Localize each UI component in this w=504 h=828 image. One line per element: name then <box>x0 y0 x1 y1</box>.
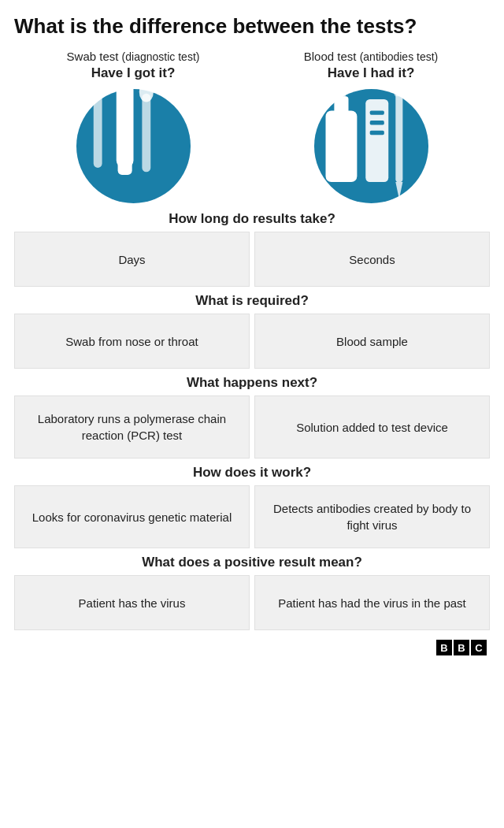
bbc-b2: B <box>454 640 469 655</box>
sections-container: How long do results take? Days Seconds W… <box>14 211 490 630</box>
data-cell-0-left: Days <box>14 232 250 287</box>
data-cell-1-right: Blood sample <box>254 314 490 369</box>
swab-circle <box>76 89 191 203</box>
svg-rect-12 <box>369 121 384 124</box>
blood-name-label: Blood test <box>304 50 357 63</box>
svg-point-3 <box>91 76 105 99</box>
bbc-c: C <box>471 640 487 655</box>
svg-marker-15 <box>395 182 402 199</box>
blood-test-name: Blood test (antibodies test) <box>257 50 485 63</box>
swab-name-label: Swab test <box>67 50 119 63</box>
svg-rect-13 <box>369 131 384 135</box>
svg-rect-1 <box>117 161 132 175</box>
bbc-logo-area: B B C <box>14 635 490 659</box>
svg-point-5 <box>139 82 153 102</box>
bbc-logo: B B C <box>436 640 487 655</box>
data-cell-4-right: Patient has had the virus in the past <box>254 575 490 630</box>
svg-rect-9 <box>337 89 346 99</box>
data-cell-2-right: Solution added to test device <box>254 395 490 459</box>
swab-test-name: Swab test (diagnostic test) <box>19 50 247 63</box>
section-title-3: How does it work? <box>14 465 490 481</box>
data-cell-3-left: Looks for coronavirus genetic material <box>14 485 250 548</box>
data-row-0: Days Seconds <box>14 232 490 287</box>
data-row-4: Patient has the virus Patient has had th… <box>14 575 490 630</box>
main-container: What is the difference between the tests… <box>0 0 504 666</box>
blood-icon <box>314 68 428 225</box>
data-cell-0-right: Seconds <box>254 232 490 287</box>
data-cell-3-right: Detects antibodies created by body to fi… <box>254 485 490 548</box>
data-cell-4-left: Patient has the virus <box>14 575 250 630</box>
data-cell-2-left: Laboratory runs a polymerase chain react… <box>14 395 250 459</box>
data-row-1: Swab from nose or throat Blood sample <box>14 314 490 369</box>
svg-rect-6 <box>120 87 124 151</box>
page-title: What is the difference between the tests… <box>14 14 490 39</box>
circles-row <box>14 89 490 203</box>
blood-circle <box>314 89 428 203</box>
section-title-2: What happens next? <box>14 375 490 391</box>
swab-icon <box>76 68 191 225</box>
swab-subtitle-label: (diagnostic test) <box>122 50 200 63</box>
data-row-3: Looks for coronavirus genetic material D… <box>14 485 490 548</box>
svg-rect-11 <box>369 110 384 114</box>
blood-subtitle-label: (antibodies test) <box>360 50 439 63</box>
data-row-2: Laboratory runs a polymerase chain react… <box>14 395 490 459</box>
svg-rect-16 <box>394 85 404 97</box>
svg-rect-14 <box>395 94 402 182</box>
svg-rect-4 <box>142 94 150 173</box>
svg-rect-2 <box>93 89 102 168</box>
section-title-4: What does a positive result mean? <box>14 555 490 570</box>
svg-rect-7 <box>325 110 357 182</box>
bbc-b1: B <box>436 640 452 655</box>
section-title-1: What is required? <box>14 293 490 309</box>
data-cell-1-left: Swab from nose or throat <box>14 314 250 369</box>
